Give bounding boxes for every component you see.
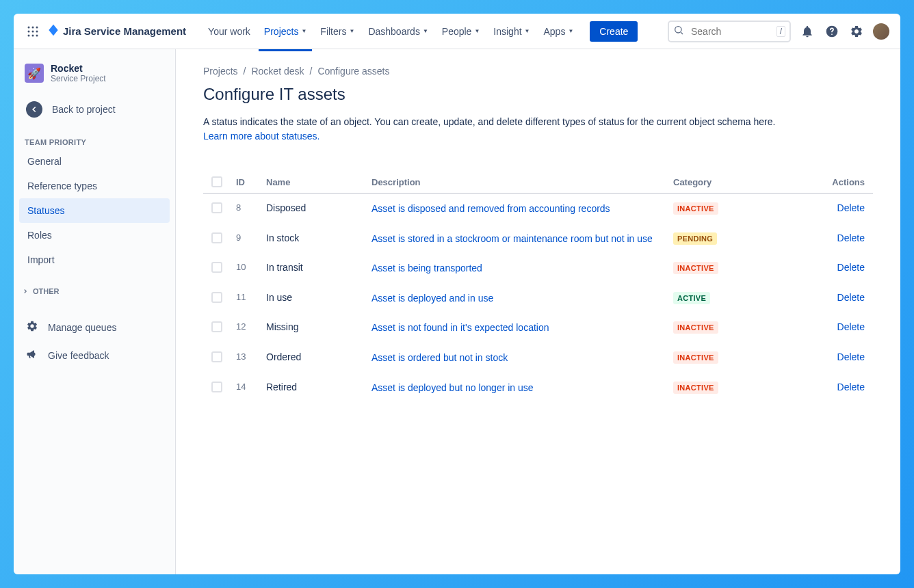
delete-link[interactable]: Delete bbox=[837, 292, 865, 303]
table-row: 9 In stock Asset is stored in a stockroo… bbox=[203, 224, 873, 254]
sidebar: 🚀 Rocket Service Project Back to project… bbox=[14, 49, 176, 574]
delete-link[interactable]: Delete bbox=[837, 232, 865, 243]
logo[interactable]: Jira Service Management bbox=[47, 23, 186, 40]
back-label: Back to project bbox=[52, 104, 116, 115]
sidebar-item-roles[interactable]: Roles bbox=[19, 223, 170, 248]
select-all-checkbox[interactable] bbox=[211, 176, 222, 187]
body: 🚀 Rocket Service Project Back to project… bbox=[14, 49, 900, 574]
sidebar-footer-give-feedback[interactable]: Give feedback bbox=[19, 341, 170, 369]
header-description[interactable]: Description bbox=[366, 177, 673, 187]
other-label: OTHER bbox=[33, 287, 60, 295]
table-header: ID Name Description Category Actions bbox=[203, 171, 873, 194]
breadcrumb-separator: / bbox=[310, 66, 313, 77]
page-title: Configure IT assets bbox=[203, 85, 873, 104]
delete-link[interactable]: Delete bbox=[837, 382, 865, 392]
app-switcher-icon[interactable] bbox=[25, 23, 41, 40]
jira-icon bbox=[47, 23, 60, 40]
topbar: Jira Service Management Your workProject… bbox=[14, 14, 900, 49]
row-name: In transit bbox=[266, 262, 366, 273]
sidebar-item-statuses[interactable]: Statuses bbox=[19, 198, 170, 223]
back-to-project-link[interactable]: Back to project bbox=[19, 94, 170, 124]
avatar[interactable] bbox=[873, 23, 889, 40]
main-content: Projects/Rocket desk/Configure assets Co… bbox=[176, 49, 900, 574]
header-name[interactable]: Name bbox=[266, 177, 366, 187]
sidebar-other-toggle[interactable]: OTHER bbox=[19, 280, 170, 302]
breadcrumb-projects[interactable]: Projects bbox=[203, 66, 238, 77]
nav-link-dashboards[interactable]: Dashboards▼ bbox=[363, 22, 433, 41]
row-id: 10 bbox=[236, 262, 266, 272]
row-checkbox[interactable] bbox=[211, 262, 222, 273]
row-name: Retired bbox=[266, 382, 366, 392]
row-checkbox[interactable] bbox=[211, 232, 222, 243]
sidebar-item-general[interactable]: General bbox=[19, 149, 170, 174]
brand-text: Jira Service Management bbox=[63, 25, 186, 37]
delete-link[interactable]: Delete bbox=[837, 321, 865, 332]
row-checkbox[interactable] bbox=[211, 292, 222, 303]
search-shortcut: / bbox=[776, 26, 785, 37]
svg-point-6 bbox=[28, 34, 30, 36]
row-description-link[interactable]: Asset is deployed but no longer in use bbox=[371, 382, 534, 393]
row-checkbox[interactable] bbox=[211, 202, 222, 213]
svg-point-4 bbox=[32, 30, 34, 32]
row-checkbox[interactable] bbox=[211, 321, 222, 332]
status-badge: INACTIVE bbox=[673, 262, 718, 274]
row-checkbox[interactable] bbox=[211, 351, 222, 362]
delete-link[interactable]: Delete bbox=[837, 351, 865, 362]
chevron-down-icon: ▼ bbox=[474, 28, 480, 34]
nav-link-your-work[interactable]: Your work bbox=[203, 22, 256, 41]
breadcrumb-rocket-desk[interactable]: Rocket desk bbox=[251, 66, 304, 77]
row-id: 8 bbox=[236, 202, 266, 213]
help-icon[interactable] bbox=[824, 23, 840, 40]
learn-more-link[interactable]: Learn more about statuses. bbox=[203, 131, 319, 142]
row-name: Missing bbox=[266, 321, 366, 332]
nav-link-projects[interactable]: Projects▼ bbox=[259, 22, 313, 41]
table-row: 8 Disposed Asset is disposed and removed… bbox=[203, 194, 873, 224]
nav-link-filters[interactable]: Filters▼ bbox=[315, 22, 360, 41]
status-table: ID Name Description Category Actions 8 D… bbox=[203, 171, 873, 403]
row-id: 14 bbox=[236, 382, 266, 392]
breadcrumb: Projects/Rocket desk/Configure assets bbox=[203, 66, 873, 77]
svg-point-7 bbox=[32, 34, 34, 36]
nav-link-apps[interactable]: Apps▼ bbox=[538, 22, 579, 41]
svg-point-8 bbox=[36, 34, 38, 36]
nav-link-people[interactable]: People▼ bbox=[436, 22, 486, 41]
row-name: Ordered bbox=[266, 351, 366, 362]
breadcrumb-configure-assets[interactable]: Configure assets bbox=[317, 66, 389, 77]
chevron-down-icon: ▼ bbox=[301, 28, 306, 34]
row-description-link[interactable]: Asset is deployed and in use bbox=[371, 293, 493, 304]
row-description-link[interactable]: Asset is not found in it's expected loca… bbox=[371, 322, 549, 333]
status-badge: INACTIVE bbox=[673, 202, 718, 215]
status-badge: INACTIVE bbox=[673, 382, 718, 394]
app-window: Jira Service Management Your workProject… bbox=[14, 14, 900, 574]
svg-line-10 bbox=[681, 32, 683, 34]
row-description-link[interactable]: Asset is stored in a stockroom or mainte… bbox=[371, 233, 653, 244]
status-badge: INACTIVE bbox=[673, 321, 718, 334]
header-id[interactable]: ID bbox=[236, 177, 266, 187]
row-description-link[interactable]: Asset is ordered but not in stock bbox=[371, 352, 508, 363]
row-name: In use bbox=[266, 292, 366, 303]
sidebar-item-import[interactable]: Import bbox=[19, 248, 170, 272]
delete-link[interactable]: Delete bbox=[837, 262, 865, 273]
search-box: / bbox=[668, 21, 791, 42]
nav-link-insight[interactable]: Insight▼ bbox=[488, 22, 535, 41]
status-badge: ACTIVE bbox=[673, 292, 710, 304]
status-badge: INACTIVE bbox=[673, 351, 718, 364]
breadcrumb-separator: / bbox=[244, 66, 246, 77]
svg-point-3 bbox=[28, 30, 30, 32]
table-row: 10 In transit Asset is being transported… bbox=[203, 254, 873, 284]
delete-link[interactable]: Delete bbox=[837, 202, 865, 213]
chevron-down-icon: ▼ bbox=[525, 28, 530, 34]
sidebar-item-reference-types[interactable]: Reference types bbox=[19, 174, 170, 198]
chevron-down-icon: ▼ bbox=[349, 28, 354, 34]
header-category[interactable]: Category bbox=[673, 177, 817, 187]
settings-icon[interactable] bbox=[848, 23, 865, 40]
topbar-right: / bbox=[668, 21, 889, 42]
sidebar-footer-manage-queues[interactable]: Manage queues bbox=[19, 313, 170, 341]
row-description-link[interactable]: Asset is being transported bbox=[371, 263, 482, 273]
create-button[interactable]: Create bbox=[590, 21, 638, 42]
row-description-link[interactable]: Asset is disposed and removed from accou… bbox=[371, 203, 610, 214]
notifications-icon[interactable] bbox=[799, 23, 815, 40]
search-input[interactable] bbox=[668, 21, 791, 42]
chevron-down-icon: ▼ bbox=[568, 28, 573, 34]
row-checkbox[interactable] bbox=[211, 382, 222, 392]
